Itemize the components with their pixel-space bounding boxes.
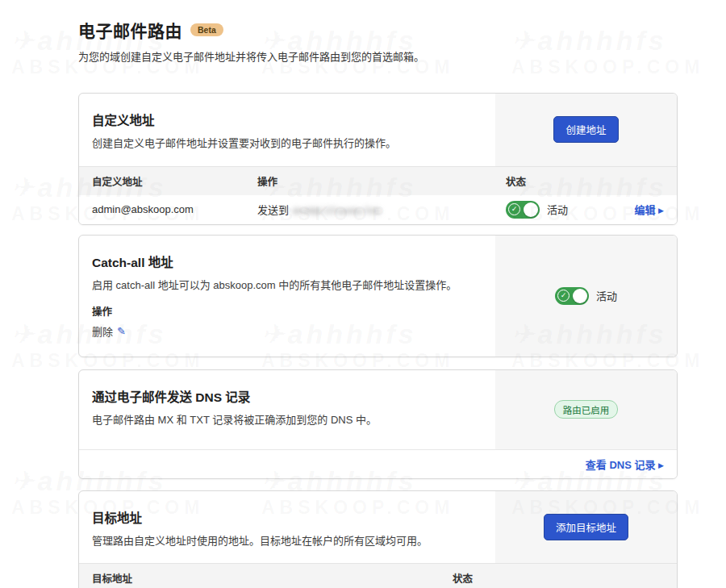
catch-all-status-toggle[interactable]: ✓: [555, 287, 589, 305]
view-dns-records-link[interactable]: 查看 DNS 记录 ▶: [586, 457, 664, 472]
chevron-right-icon: ▶: [658, 206, 664, 215]
column-header-action: 操作: [257, 173, 506, 189]
page-subtitle: 为您的域创建自定义电子邮件地址并将传入电子邮件路由到您的首选邮箱。: [78, 48, 678, 64]
catch-all-action-label: 操作: [92, 303, 476, 319]
dns-records-description: 电子邮件路由 MX 和 TXT 记录将被正确添加到您的 DNS 中。: [92, 412, 476, 428]
add-destination-address-button[interactable]: 添加目标地址: [544, 514, 628, 540]
catch-all-heading: Catch-all 地址: [92, 252, 476, 270]
action-prefix: 发送到: [257, 204, 289, 216]
toggle-knob: [573, 289, 587, 303]
action-cell: 发送到 abcdefgh 123 qwertyu Tods: [257, 202, 506, 217]
custom-addresses-card: 自定义地址 创建自定义电子邮件地址并设置要对收到的电子邮件执行的操作。 创建地址…: [78, 93, 678, 225]
edit-pencil-icon[interactable]: ✎: [117, 325, 126, 337]
custom-addresses-table-header: 自定义地址 操作 状态: [79, 166, 677, 195]
destination-addresses-description: 管理路由自定义地址时使用的地址。目标地址在帐户的所有区域均可用。: [92, 533, 476, 549]
chevron-right-icon: ▶: [658, 461, 664, 469]
column-header-address: 自定义地址: [92, 173, 257, 189]
destination-table-header: 目标地址 状态: [79, 563, 677, 588]
custom-addresses-description: 创建自定义电子邮件地址并设置要对收到的电子邮件执行的操作。: [92, 136, 476, 152]
check-icon: ✓: [557, 290, 570, 302]
dns-records-heading: 通过电子邮件发送 DNS 记录: [92, 387, 476, 405]
catch-all-status-label: 活动: [596, 288, 617, 303]
table-row: admin@abskoop.com 发送到 abcdefgh 123 qwert…: [79, 195, 677, 224]
column-header-destination: 目标地址: [92, 570, 453, 586]
custom-address-value: admin@abskoop.com: [92, 203, 257, 215]
beta-badge: Beta: [190, 23, 223, 36]
page-header: 电子邮件路由 Beta: [78, 18, 678, 42]
toggle-knob: [524, 202, 538, 217]
create-address-button[interactable]: 创建地址: [553, 116, 618, 143]
redacted-destination: abcdefgh 123 qwertyu Tods: [292, 206, 380, 215]
catch-all-card: Catch-all 地址 启用 catch-all 地址可以为 abskoop.…: [78, 235, 678, 358]
catch-all-description: 启用 catch-all 地址可以为 abskoop.com 中的所有其他电子邮…: [92, 277, 476, 294]
catch-all-delete-action[interactable]: 删除: [92, 323, 113, 339]
email-routing-page: 电子邮件路由 Beta 为您的域创建自定义电子邮件地址并将传入电子邮件路由到您的…: [0, 0, 726, 588]
destination-addresses-card: 目标地址 管理路由自定义地址时使用的地址。目标地址在帐户的所有区域均可用。 添加…: [78, 490, 678, 588]
check-icon: ✓: [508, 203, 520, 215]
custom-addresses-heading: 自定义地址: [92, 111, 476, 128]
destination-addresses-heading: 目标地址: [92, 508, 476, 526]
column-header-status: 状态: [453, 570, 664, 586]
address-status-toggle[interactable]: ✓: [506, 201, 540, 219]
edit-link[interactable]: 编辑 ▶: [634, 202, 664, 217]
column-header-status: 状态: [506, 173, 664, 189]
status-label: 活动: [547, 202, 568, 217]
dns-records-card: 通过电子邮件发送 DNS 记录 电子邮件路由 MX 和 TXT 记录将被正确添加…: [78, 369, 678, 479]
routing-enabled-badge: 路由已启用: [554, 400, 619, 419]
page-title: 电子邮件路由: [78, 18, 182, 42]
